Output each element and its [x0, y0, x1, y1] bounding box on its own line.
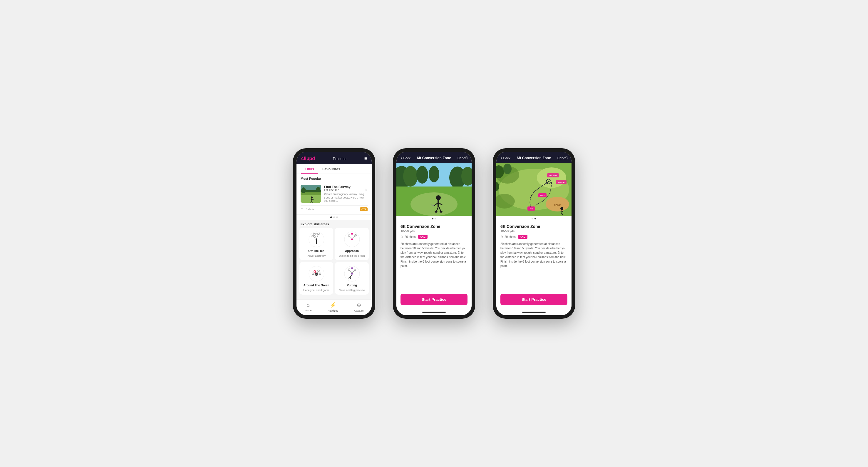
- approach-skill-icon: [344, 231, 360, 247]
- start-practice-button[interactable]: Start Practice: [401, 294, 467, 305]
- tabs-bar: Drills Favourites: [297, 164, 372, 174]
- phone3-header-title: 6ft Conversion Zone: [517, 156, 551, 160]
- nav-capture[interactable]: ⊕ Capture: [354, 302, 364, 312]
- skill-card-ott[interactable]: Off The Tee Power accuracy: [300, 228, 333, 260]
- svg-text:FAIRWAY: FAIRWAY: [549, 175, 557, 176]
- drill-title-3: 6ft Conversion Zone: [500, 224, 540, 229]
- svg-point-28: [351, 233, 353, 235]
- drill-description-3: 20 shots are randomly generated at dista…: [500, 242, 567, 268]
- dot-1[interactable]: [432, 218, 433, 220]
- drill-image-map: Hit Miss FAIRWAY ROUGH SAND: [496, 163, 571, 216]
- phone-1: clippd Practice ≡ Drills Favourites Most…: [293, 148, 375, 319]
- drill-footer: ⏱ 10 shots OTT: [301, 205, 368, 211]
- drill-category-tag-3: ARG: [518, 235, 527, 239]
- svg-point-87: [560, 207, 563, 210]
- tab-favourites[interactable]: Favourites: [318, 164, 344, 174]
- svg-point-6: [311, 197, 313, 198]
- ott-skill-icon: [308, 231, 325, 247]
- clock-icon: ⏱: [401, 235, 403, 238]
- svg-point-23: [351, 238, 353, 240]
- dot-1[interactable]: [330, 216, 332, 218]
- phone1-header: clippd Practice ≡: [297, 152, 372, 164]
- svg-text:SAND: SAND: [554, 204, 561, 206]
- skill-card-putting[interactable]: Putting Make and lag practice: [335, 262, 369, 295]
- drill-name: Find The Fairway: [324, 185, 368, 189]
- drill-category-tag: ARG: [418, 235, 428, 239]
- phone-3: < Back 6ft Conversion Zone Cancel: [493, 148, 575, 319]
- phone3-header: < Back 6ft Conversion Zone Cancel: [496, 152, 571, 163]
- svg-point-29: [355, 234, 356, 236]
- home-bar: [422, 312, 446, 313]
- skill-card-approach[interactable]: Approach Dial-in to hit the green: [335, 228, 369, 260]
- atg-skill-icon: [308, 266, 325, 282]
- drill-tag: OTT: [360, 207, 368, 211]
- skill-name-ott: Off The Tee: [308, 249, 324, 253]
- clippd-logo: clippd: [301, 156, 315, 161]
- svg-point-53: [403, 166, 418, 187]
- svg-line-40: [313, 274, 316, 274]
- svg-point-47: [351, 267, 353, 269]
- nav-activities[interactable]: ⚡ Activities: [328, 302, 338, 312]
- drill-description: Create an imaginary fairway using trees …: [324, 193, 368, 203]
- back-button-3[interactable]: < Back: [500, 156, 510, 160]
- drill-info: Find The Fairway Off The Tee Create an i…: [324, 185, 368, 203]
- drill-info-section: 6ft Conversion Zone 10-50 yds ☆ ⏱ 20 sho…: [396, 221, 472, 291]
- dot-2[interactable]: [333, 216, 335, 218]
- dot-2-3[interactable]: [534, 218, 536, 220]
- explore-label: Explore skill areas: [297, 220, 372, 228]
- svg-point-54: [416, 166, 428, 184]
- home-indicator-3: [496, 309, 571, 315]
- phones-container: clippd Practice ≡ Drills Favourites Most…: [293, 148, 575, 319]
- svg-point-36: [312, 273, 314, 275]
- most-popular-label: Most Popular: [297, 174, 372, 182]
- home-icon: ⌂: [307, 302, 310, 308]
- drill-meta-3: ⏱ 20 shots ARG: [500, 235, 567, 239]
- golf-map-svg: Hit Miss FAIRWAY ROUGH SAND: [496, 163, 571, 216]
- phone-2: < Back 6ft Conversion Zone Cancel: [393, 148, 475, 319]
- back-button[interactable]: < Back: [401, 156, 410, 160]
- svg-point-67: [435, 211, 437, 213]
- image-dots: [396, 216, 472, 221]
- drill-yardage: 10-50 yds: [401, 229, 440, 233]
- svg-point-48: [348, 269, 350, 270]
- svg-point-68: [440, 211, 442, 213]
- drill-info-section-3: 6ft Conversion Zone 10-50 yds ☆ ⏱ 20 sho…: [496, 221, 571, 291]
- menu-icon[interactable]: ≡: [364, 156, 367, 161]
- dot-3[interactable]: [336, 216, 338, 218]
- drill-meta: ⏱ 20 shots ARG: [401, 235, 467, 239]
- skill-desc-ott: Power accuracy: [307, 254, 326, 257]
- tab-drills[interactable]: Drills: [301, 164, 318, 174]
- nav-home[interactable]: ⌂ Home: [304, 302, 311, 312]
- phone-3-screen: < Back 6ft Conversion Zone Cancel: [496, 152, 571, 315]
- drill-description: 20 shots are randomly generated at dista…: [401, 242, 467, 268]
- carousel-dots: [297, 215, 372, 220]
- favourite-icon[interactable]: ☆: [364, 188, 368, 192]
- start-practice-button-3[interactable]: Start Practice: [500, 294, 567, 305]
- svg-text:Miss: Miss: [540, 194, 545, 197]
- bottom-nav: ⌂ Home ⚡ Activities ⊕ Capture: [297, 299, 372, 315]
- image-dots-3: [496, 216, 571, 221]
- skill-name-atg: Around The Green: [304, 284, 330, 287]
- drill-image-svg: [301, 185, 321, 203]
- skill-desc-atg: Hone your short game: [303, 289, 330, 292]
- home-bar-3: [522, 312, 546, 313]
- drill-title: 6ft Conversion Zone: [401, 224, 440, 229]
- shots-count: ⏱ 10 shots: [301, 208, 314, 211]
- svg-point-30: [348, 235, 350, 236]
- skill-name-putting: Putting: [347, 284, 357, 287]
- svg-rect-1: [301, 195, 321, 203]
- dot-2[interactable]: [435, 218, 436, 220]
- svg-point-4: [301, 188, 306, 193]
- featured-drill-card[interactable]: Find The Fairway Off The Tee Create an i…: [297, 182, 372, 214]
- skill-card-atg[interactable]: Around The Green Hone your short game: [300, 262, 333, 295]
- svg-point-60: [436, 195, 441, 200]
- svg-point-18: [316, 233, 317, 235]
- drill-yardage-3: 10-50 yds: [500, 229, 540, 233]
- dot-1-3[interactable]: [532, 218, 533, 220]
- drill-thumbnail: [301, 185, 321, 203]
- svg-point-13: [316, 238, 317, 240]
- svg-point-94: [548, 180, 550, 182]
- svg-point-5: [316, 187, 320, 192]
- clock-icon-3: ⏱: [500, 235, 503, 238]
- drill-image-photo: [396, 163, 472, 216]
